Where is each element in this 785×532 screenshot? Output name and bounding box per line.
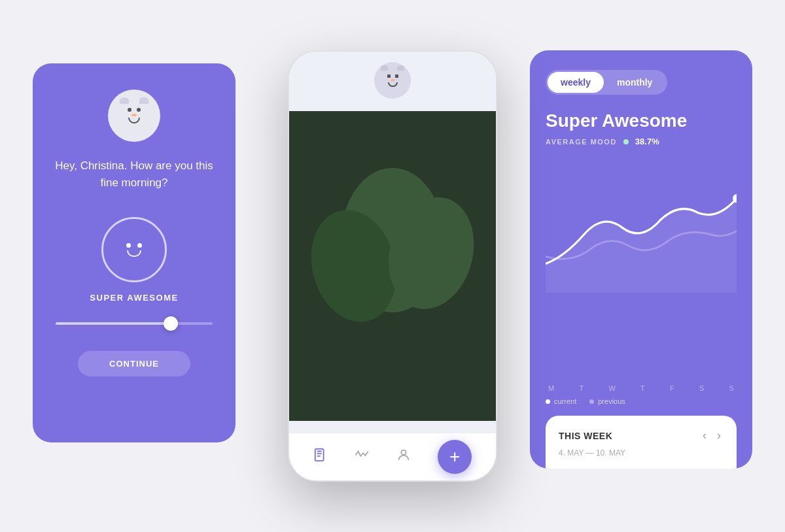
mascot-ear-right-left [139,97,148,104]
slider-track [56,322,213,325]
toggle-row: weekly monthly [546,70,737,95]
mascot-ear-left [120,97,129,104]
mascot-eye-left-l [128,108,131,112]
toggle-group: weekly monthly [546,70,667,95]
svg-rect-15 [315,449,324,461]
day-label-m: M [548,384,554,392]
legend-previous: previous [589,397,625,405]
timeline-area: 😊 Super Awesome 9:22 AM 👤 🎧 👓 [289,208,496,433]
slider-container [56,322,213,325]
this-week-card: THIS WEEK ‹ › 4. MAY — 10. MAY [546,416,737,469]
monthly-toggle[interactable]: monthly [604,72,665,93]
mascot-eye-left-r [137,108,141,112]
left-card: Hey, Christina. How are you this fine mo… [33,63,236,442]
legend-current: current [546,397,576,405]
mood-label: SUPER AWESOME [90,293,178,303]
day-label-s2: S [729,384,734,392]
mascot-smile-left [128,118,140,124]
this-week-header: THIS WEEK ‹ › [559,429,724,442]
legend-label-previous: previous [598,397,625,405]
legend-row: current previous [546,397,737,405]
photo-plant [424,270,486,348]
week-prev-button[interactable]: ‹ [700,429,709,442]
right-title: Super Awesome [546,110,737,131]
mascot-left [117,101,151,130]
day-label-f: F [670,384,674,392]
left-greeting: Hey, Christina. How are you this fine mo… [52,158,216,191]
profile-nav-icon[interactable] [396,448,411,466]
continue-button[interactable]: CONTINUE [78,351,190,376]
day-label-t1: T [579,384,584,392]
activity-nav-icon[interactable] [355,448,369,466]
avg-mood-label: AVERAGE MOOD [546,138,617,146]
photos-row [315,270,485,348]
mood-chart [546,162,737,293]
avg-mood-row: AVERAGE MOOD 38.7% [546,137,737,146]
left-avatar [108,90,160,142]
add-icon: + [449,448,460,466]
mascot-eyes-left [128,108,141,112]
weekly-toggle[interactable]: weekly [548,72,604,93]
legend-dot-current [546,399,550,404]
week-next-button[interactable]: › [714,429,724,442]
scene: Hey, Christina. How are you this fine mo… [33,31,752,501]
center-phone: Good Morning, Christina [288,50,497,482]
mascot-head-left [117,101,151,130]
legend-dot-previous [589,399,594,404]
day-label-w: W [608,384,615,392]
mascot-nose-left [131,114,137,116]
bottom-nav: + [289,433,496,480]
week-nav: ‹ › [700,429,724,442]
phone-content: Good Morning, Christina [289,104,496,480]
svg-point-16 [401,450,406,455]
mood-circle [101,217,167,282]
entries-area: 😊 Super Awesome 9:22 AM 👤 🎧 👓 [315,208,496,433]
day-labels: M T W T F S S [546,384,737,392]
right-card: weekly monthly Super Awesome AVERAGE MOO… [530,50,752,469]
chart-area [546,162,737,379]
this-week-date: 4. MAY — 10. MAY [559,448,625,457]
add-button[interactable]: + [438,440,472,474]
journal-nav-icon[interactable] [313,448,328,466]
day-label-s1: S [699,384,704,392]
day-label-t2: T [640,384,645,392]
legend-label-current: current [554,397,576,405]
this-week-title: THIS WEEK [559,431,612,441]
avg-mood-value: 38.7% [635,137,659,146]
slider-fill [56,322,173,325]
avg-mood-dot [623,139,629,144]
slider-thumb[interactable] [164,316,178,331]
